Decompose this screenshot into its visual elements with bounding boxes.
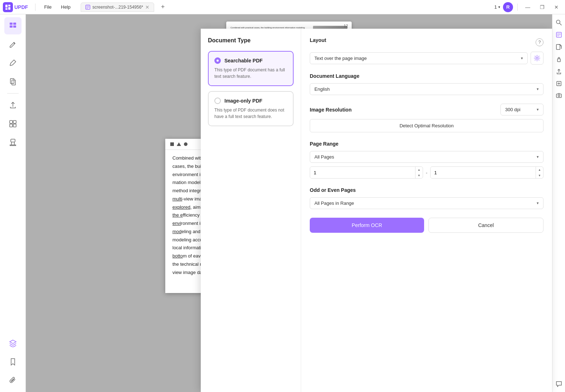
- sidebar-divider-1: [7, 93, 19, 94]
- annotate-icon: [9, 59, 17, 67]
- user-avatar[interactable]: R: [503, 2, 513, 12]
- chat-icon: [556, 381, 562, 387]
- range-from-field[interactable]: 1: [310, 167, 415, 178]
- language-dropdown-arrow: ▾: [537, 87, 539, 91]
- sidebar-item-organize[interactable]: [4, 115, 22, 132]
- layout-dropdown[interactable]: Text over the page image ▾: [310, 52, 528, 64]
- thumbnail-icon: [9, 22, 17, 30]
- perform-ocr-btn[interactable]: Perform OCR: [310, 218, 424, 233]
- protect-icon: [556, 56, 562, 62]
- range-from-up[interactable]: ▲: [416, 167, 423, 173]
- organize-icon: [9, 120, 17, 128]
- titlebar-separator-1: [35, 4, 35, 11]
- language-selected: English: [314, 86, 330, 92]
- page-indicator[interactable]: 1 ▾: [494, 4, 500, 10]
- page-range-dropdown[interactable]: All Pages ▾: [310, 151, 543, 163]
- ocr-icon: [556, 32, 562, 38]
- resolution-section: Image Resolution 300 dpi ▾ Detect Optima…: [310, 104, 543, 132]
- sidebar-item-edit[interactable]: [4, 36, 22, 53]
- active-tab[interactable]: screenshot-...219-154956* ✕: [81, 3, 154, 12]
- search-icon: [556, 19, 562, 26]
- right-sidebar-snapshot[interactable]: [554, 90, 564, 101]
- tab-close-btn[interactable]: ✕: [145, 4, 149, 10]
- shape-triangle: [177, 142, 181, 146]
- layout-dropdown-arrow: ▾: [521, 56, 523, 61]
- range-to-input: 1 ▲ ▼: [430, 166, 543, 179]
- sidebar-item-pages[interactable]: [4, 73, 22, 90]
- searchable-pdf-option[interactable]: Searchable PDF This type of PDF document…: [208, 51, 294, 86]
- svg-rect-26: [556, 44, 560, 49]
- image-only-pdf-radio[interactable]: [214, 98, 221, 104]
- right-sidebar-convert[interactable]: [554, 42, 564, 52]
- pages-icon: [9, 78, 17, 86]
- searchable-pdf-title: Searchable PDF: [224, 58, 263, 63]
- layout-settings-btn[interactable]: [531, 52, 543, 65]
- sidebar-item-stamp[interactable]: [4, 134, 22, 151]
- odd-even-dropdown[interactable]: All Pages in Range ▾: [310, 197, 543, 209]
- svg-rect-8: [10, 23, 13, 25]
- range-to-down[interactable]: ▼: [536, 173, 543, 178]
- language-dropdown[interactable]: English ▾: [310, 83, 543, 95]
- range-to-arrows: ▲ ▼: [536, 167, 543, 178]
- layout-help-icon[interactable]: ?: [536, 38, 543, 46]
- right-sidebar-share[interactable]: [554, 66, 564, 77]
- gear-icon: [534, 55, 540, 61]
- odd-even-title: Odd or Even Pages: [310, 187, 543, 193]
- right-sidebar-ocr[interactable]: [554, 29, 564, 40]
- resolution-row: Image Resolution 300 dpi ▾: [310, 104, 543, 115]
- sidebar-item-bookmark[interactable]: [4, 353, 22, 370]
- image-only-pdf-header: Image-only PDF: [214, 98, 287, 104]
- stamp-icon: [9, 138, 17, 146]
- new-tab-btn[interactable]: +: [158, 3, 167, 11]
- right-sidebar-search[interactable]: [554, 17, 564, 28]
- range-from-down[interactable]: ▼: [416, 173, 423, 178]
- range-to-field[interactable]: 1: [431, 167, 536, 178]
- searchable-pdf-radio[interactable]: [214, 57, 221, 64]
- layout-section-title: Layout: [310, 37, 326, 43]
- paperclip-icon: [9, 377, 17, 384]
- range-to-up[interactable]: ▲: [536, 167, 543, 173]
- cancel-btn[interactable]: Cancel: [428, 218, 543, 233]
- maximize-btn[interactable]: ❐: [536, 1, 548, 13]
- tab-label: screenshot-...219-154956*: [92, 5, 143, 10]
- svg-rect-11: [13, 25, 16, 28]
- ocr-dialog: Document Type Searchable PDF This type o…: [201, 29, 552, 392]
- titlebar-separator-2: [517, 4, 518, 11]
- sidebar-item-export[interactable]: [4, 96, 22, 114]
- svg-rect-1: [8, 5, 10, 6]
- language-section: Document Language English ▾: [310, 73, 543, 95]
- shape-square: [170, 142, 174, 146]
- resolution-selected: 300 dpi: [505, 107, 521, 112]
- menu-file[interactable]: File: [40, 3, 56, 11]
- right-sidebar: [552, 14, 565, 392]
- page-range-section: Page Range All Pages ▾ 1 ▲ ▼: [310, 141, 543, 179]
- page-thumb-badge: 12: [344, 24, 348, 28]
- edit-icon: [9, 41, 17, 48]
- sidebar-item-annotate[interactable]: [4, 55, 22, 72]
- svg-rect-16: [10, 124, 13, 127]
- svg-point-19: [536, 57, 538, 59]
- minimize-btn[interactable]: —: [522, 1, 533, 13]
- bookmark-icon: [9, 358, 17, 366]
- sidebar-item-layers[interactable]: [4, 335, 22, 352]
- updf-logo-icon: [3, 2, 13, 12]
- svg-rect-18: [11, 139, 15, 142]
- sidebar-item-thumbnail[interactable]: [4, 17, 22, 34]
- titlebar-right: 1 ▾ R — ❐ ✕: [494, 1, 562, 13]
- searchable-pdf-desc: This type of PDF document has a full tex…: [214, 67, 287, 80]
- svg-rect-15: [13, 121, 16, 123]
- close-btn[interactable]: ✕: [551, 1, 562, 13]
- image-only-pdf-option[interactable]: Image-only PDF This type of PDF document…: [208, 91, 294, 126]
- svg-line-21: [560, 23, 561, 25]
- range-from-input: 1 ▲ ▼: [310, 166, 423, 179]
- sidebar-item-attachments[interactable]: [4, 372, 22, 389]
- detect-resolution-btn[interactable]: Detect Optimal Resolution: [310, 119, 543, 132]
- menu-help[interactable]: Help: [57, 3, 75, 11]
- right-sidebar-chat[interactable]: [554, 378, 564, 389]
- app-name: UPDF: [14, 4, 28, 10]
- resolution-dropdown[interactable]: 300 dpi ▾: [500, 104, 543, 115]
- layers-icon: [9, 339, 17, 347]
- right-sidebar-protect[interactable]: [554, 54, 564, 65]
- right-sidebar-compress[interactable]: [554, 78, 564, 89]
- share-icon: [556, 68, 562, 75]
